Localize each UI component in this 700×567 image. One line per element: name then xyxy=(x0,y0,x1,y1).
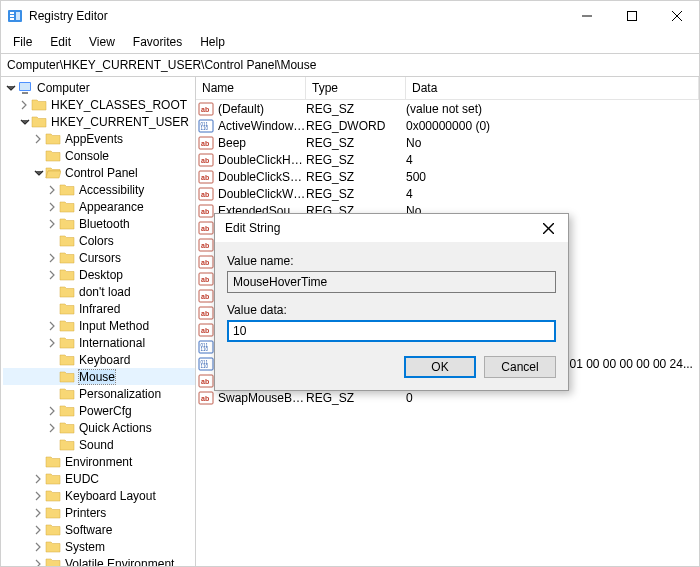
close-button[interactable] xyxy=(654,1,699,31)
menu-file[interactable]: File xyxy=(5,33,40,51)
value-type: REG_SZ xyxy=(306,391,406,405)
value-name: DoubleClickSpeed xyxy=(218,170,306,184)
tree-quick_actions[interactable]: Quick Actions xyxy=(3,419,195,436)
menu-help[interactable]: Help xyxy=(192,33,233,51)
tree-computer[interactable]: Computer xyxy=(3,79,195,96)
tree-pane[interactable]: ComputerHKEY_CLASSES_ROOTHKEY_CURRENT_US… xyxy=(1,77,196,566)
value-bin-icon xyxy=(198,118,214,134)
expand-toggle[interactable] xyxy=(47,201,59,213)
maximize-button[interactable] xyxy=(609,1,654,31)
window-controls xyxy=(564,1,699,31)
tree-system[interactable]: System xyxy=(3,538,195,555)
tree-sound[interactable]: Sound xyxy=(3,436,195,453)
tree-keyboard[interactable]: Keyboard xyxy=(3,351,195,368)
tree-keyboard-layout[interactable]: Keyboard Layout xyxy=(3,487,195,504)
tree-desktop[interactable]: Desktop xyxy=(3,266,195,283)
tree-eudc[interactable]: EUDC xyxy=(3,470,195,487)
menu-view[interactable]: View xyxy=(81,33,123,51)
tree-volatile-env[interactable]: Volatile Environment xyxy=(3,555,195,566)
tree-label: Infrared xyxy=(79,302,120,316)
value-row[interactable]: SwapMouseButt...REG_SZ0 xyxy=(196,389,699,406)
expand-toggle[interactable] xyxy=(47,422,59,434)
value-sz-icon xyxy=(198,220,214,236)
expand-toggle[interactable] xyxy=(47,269,59,281)
expand-toggle[interactable] xyxy=(47,252,59,264)
tree-environment[interactable]: Environment xyxy=(3,453,195,470)
value-sz-icon xyxy=(198,390,214,406)
expand-toggle[interactable] xyxy=(33,541,45,553)
dialog-close-button[interactable] xyxy=(534,217,562,239)
minimize-button[interactable] xyxy=(564,1,609,31)
value-row[interactable]: DoubleClickSpeedREG_SZ500 xyxy=(196,168,699,185)
expand-toggle[interactable] xyxy=(33,167,45,179)
tree-cursors[interactable]: Cursors xyxy=(3,249,195,266)
tree-dont_load[interactable]: don't load xyxy=(3,283,195,300)
expand-toggle[interactable] xyxy=(47,320,59,332)
tree-input_method[interactable]: Input Method xyxy=(3,317,195,334)
tree-bluetooth[interactable]: Bluetooth xyxy=(3,215,195,232)
folder-icon xyxy=(59,182,75,198)
tree-label: don't load xyxy=(79,285,131,299)
folder-icon xyxy=(59,216,75,232)
tree-personalization[interactable]: Personalization xyxy=(3,385,195,402)
expand-toggle[interactable] xyxy=(33,507,45,519)
folder-icon xyxy=(31,114,47,130)
value-row[interactable]: DoubleClickWidthREG_SZ4 xyxy=(196,185,699,202)
expand-toggle[interactable] xyxy=(47,405,59,417)
folder-icon xyxy=(59,403,75,419)
folder-icon xyxy=(59,420,75,436)
tree-label: Control Panel xyxy=(65,166,138,180)
tree-label: Software xyxy=(65,523,112,537)
expand-toggle[interactable] xyxy=(33,490,45,502)
tree-powercfg[interactable]: PowerCfg xyxy=(3,402,195,419)
tree-infrared[interactable]: Infrared xyxy=(3,300,195,317)
tree-label: Keyboard Layout xyxy=(65,489,156,503)
tree-hkcr[interactable]: HKEY_CLASSES_ROOT xyxy=(3,96,195,113)
tree-printers[interactable]: Printers xyxy=(3,504,195,521)
address-bar[interactable]: Computer\HKEY_CURRENT_USER\Control Panel… xyxy=(1,53,699,77)
menu-edit[interactable]: Edit xyxy=(42,33,79,51)
regedit-icon xyxy=(7,8,23,24)
expand-toggle[interactable] xyxy=(5,82,17,94)
tree-label: Sound xyxy=(79,438,114,452)
expand-toggle[interactable] xyxy=(47,337,59,349)
tree-international[interactable]: International xyxy=(3,334,195,351)
tree-colors[interactable]: Colors xyxy=(3,232,195,249)
tree-accessibility[interactable]: Accessibility xyxy=(3,181,195,198)
expand-toggle[interactable] xyxy=(33,558,45,567)
value-row[interactable]: BeepREG_SZNo xyxy=(196,134,699,151)
tree-appearance[interactable]: Appearance xyxy=(3,198,195,215)
value-sz-icon xyxy=(198,373,214,389)
expand-toggle[interactable] xyxy=(33,133,45,145)
tree-control-panel[interactable]: Control Panel xyxy=(3,164,195,181)
value-type: REG_SZ xyxy=(306,153,406,167)
value-row[interactable]: ActiveWindowTr...REG_DWORD0x00000000 (0) xyxy=(196,117,699,134)
expand-toggle[interactable] xyxy=(19,116,31,128)
value-row[interactable]: (Default)REG_SZ(value not set) xyxy=(196,100,699,117)
value-name-field[interactable] xyxy=(227,271,556,293)
column-type[interactable]: Type xyxy=(306,77,406,99)
column-data[interactable]: Data xyxy=(406,77,699,99)
tree-hkcu[interactable]: HKEY_CURRENT_USER xyxy=(3,113,195,130)
value-data-field[interactable] xyxy=(227,320,556,342)
folder-icon xyxy=(59,233,75,249)
value-type: REG_DWORD xyxy=(306,119,406,133)
value-row[interactable]: DoubleClickHei...REG_SZ4 xyxy=(196,151,699,168)
expand-toggle[interactable] xyxy=(47,184,59,196)
ok-button[interactable]: OK xyxy=(404,356,476,378)
cancel-button[interactable]: Cancel xyxy=(484,356,556,378)
tree-mouse[interactable]: Mouse xyxy=(3,368,195,385)
column-name[interactable]: Name xyxy=(196,77,306,99)
menu-favorites[interactable]: Favorites xyxy=(125,33,190,51)
dialog-titlebar[interactable]: Edit String xyxy=(215,214,568,242)
folder-icon xyxy=(59,352,75,368)
expand-toggle[interactable] xyxy=(19,99,31,111)
tree-software[interactable]: Software xyxy=(3,521,195,538)
expand-toggle[interactable] xyxy=(47,218,59,230)
tree-appevents[interactable]: AppEvents xyxy=(3,130,195,147)
tree-console[interactable]: Console xyxy=(3,147,195,164)
expand-toggle[interactable] xyxy=(33,473,45,485)
expand-toggle[interactable] xyxy=(33,524,45,536)
dialog-title: Edit String xyxy=(225,221,534,235)
tree-label: Cursors xyxy=(79,251,121,265)
